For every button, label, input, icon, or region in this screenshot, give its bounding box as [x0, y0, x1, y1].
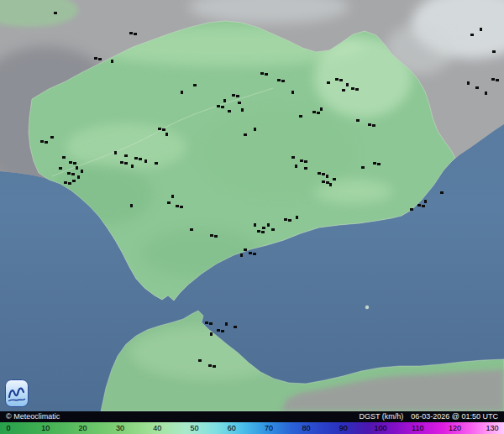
legend-tick-20: 20 [79, 424, 87, 433]
status-bar: © Meteoclimatic DGST (km/h) 06-03-2026 @… [0, 411, 504, 422]
legend-tick-110: 110 [412, 424, 423, 433]
legend-tick-100: 100 [374, 424, 386, 433]
meteoclimatic-wave-logo-icon [5, 379, 29, 407]
color-scale-legend: 0102030405060708090100110120130 [0, 422, 504, 434]
legend-tick-70: 70 [265, 424, 273, 433]
legend-tick-50: 50 [190, 424, 198, 433]
meteoclimatic-logo[interactable] [5, 379, 29, 407]
layer-title: DGST (km/h) [359, 411, 403, 422]
legend-tick-80: 80 [302, 424, 310, 433]
legend-tick-60: 60 [228, 424, 236, 433]
timestamp: 06-03-2026 @ 01:50 UTC [411, 411, 498, 422]
weather-map[interactable] [0, 0, 504, 411]
legend-tick-30: 30 [116, 424, 124, 433]
legend-tick-120: 120 [449, 424, 461, 433]
legend-tick-0: 0 [6, 424, 10, 433]
legend-tick-130: 130 [486, 424, 498, 433]
meteoclimatic-map-screen: © Meteoclimatic DGST (km/h) 06-03-2026 @… [0, 0, 504, 434]
alboran-island [365, 306, 369, 309]
legend-tick-40: 40 [153, 424, 161, 433]
legend-tick-10: 10 [41, 424, 50, 433]
map-terrain [0, 0, 504, 411]
copyright-label: © Meteoclimatic [6, 411, 60, 422]
legend-tick-90: 90 [339, 424, 348, 433]
